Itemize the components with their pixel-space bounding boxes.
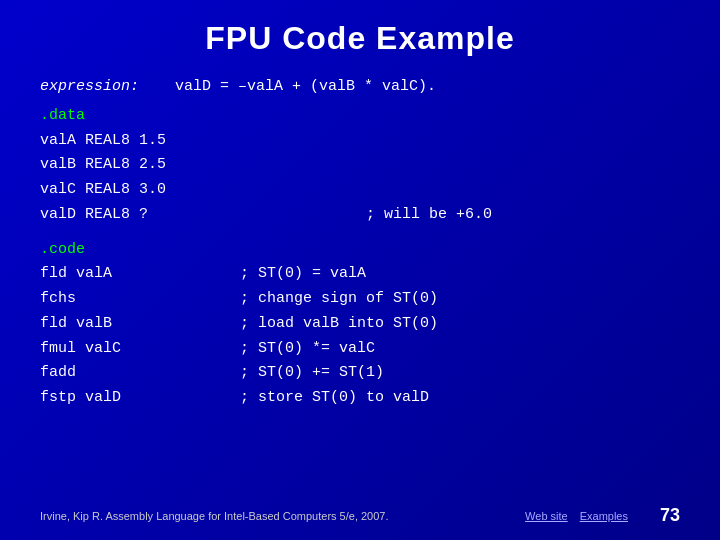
code-section: .code fld valA ; ST(0) = valA fchs ; cha… — [40, 238, 680, 411]
comment-fchs: ; change sign of ST(0) — [240, 287, 438, 312]
code-line-fchs: fchs ; change sign of ST(0) — [40, 287, 680, 312]
slide-title: FPU Code Example — [40, 20, 680, 57]
cmd-fstp: fstp valD — [40, 386, 240, 411]
data-line-vald: valD REAL8 ? ; will be +6.0 — [40, 203, 680, 228]
code-directive: .code — [40, 238, 85, 263]
data-section: .data valA REAL8 1.5 valB REAL8 2.5 valC… — [40, 104, 680, 228]
code-directive-line: .code — [40, 238, 680, 263]
data-valb-decl: valB REAL8 2.5 — [40, 153, 240, 178]
footer-links: Web site Examples 73 — [525, 505, 680, 526]
data-vala-decl: valA REAL8 1.5 — [40, 129, 240, 154]
page-number: 73 — [660, 505, 680, 526]
cmd-fchs: fchs — [40, 287, 240, 312]
code-line-fld-vala: fld valA ; ST(0) = valA — [40, 262, 680, 287]
comment-fadd: ; ST(0) += ST(1) — [240, 361, 384, 386]
data-valc-decl: valC REAL8 3.0 — [40, 178, 240, 203]
code-line-fstp: fstp valD ; store ST(0) to valD — [40, 386, 680, 411]
comment-fmul: ; ST(0) *= valC — [240, 337, 375, 362]
expression-value: valD = –valA + (valB * valC). — [175, 75, 436, 100]
comment-fstp: ; store ST(0) to valD — [240, 386, 429, 411]
code-line-fld-valb: fld valB ; load valB into ST(0) — [40, 312, 680, 337]
data-line-valb: valB REAL8 2.5 — [40, 153, 680, 178]
cmd-fld-valb: fld valB — [40, 312, 240, 337]
comment-fld-vala: ; ST(0) = valA — [240, 262, 366, 287]
data-directive-line: .data — [40, 104, 680, 129]
cmd-fadd: fadd — [40, 361, 240, 386]
examples-link[interactable]: Examples — [580, 510, 628, 522]
code-line-fadd: fadd ; ST(0) += ST(1) — [40, 361, 680, 386]
cmd-fld-vala: fld valA — [40, 262, 240, 287]
footer: Irvine, Kip R. Assembly Language for Int… — [40, 505, 680, 526]
data-line-valc: valC REAL8 3.0 — [40, 178, 680, 203]
data-line-vala: valA REAL8 1.5 — [40, 129, 680, 154]
expression-label: expression: — [40, 75, 139, 100]
code-line-fmul: fmul valC ; ST(0) *= valC — [40, 337, 680, 362]
expression-line: expression: valD = –valA + (valB * valC)… — [40, 75, 680, 100]
data-directive: .data — [40, 104, 85, 129]
web-site-link[interactable]: Web site — [525, 510, 568, 522]
footer-citation: Irvine, Kip R. Assembly Language for Int… — [40, 510, 389, 522]
comment-fld-valb: ; load valB into ST(0) — [240, 312, 438, 337]
data-vald-comment: ; will be +6.0 — [240, 203, 492, 228]
data-vald-decl: valD REAL8 ? — [40, 203, 240, 228]
cmd-fmul: fmul valC — [40, 337, 240, 362]
